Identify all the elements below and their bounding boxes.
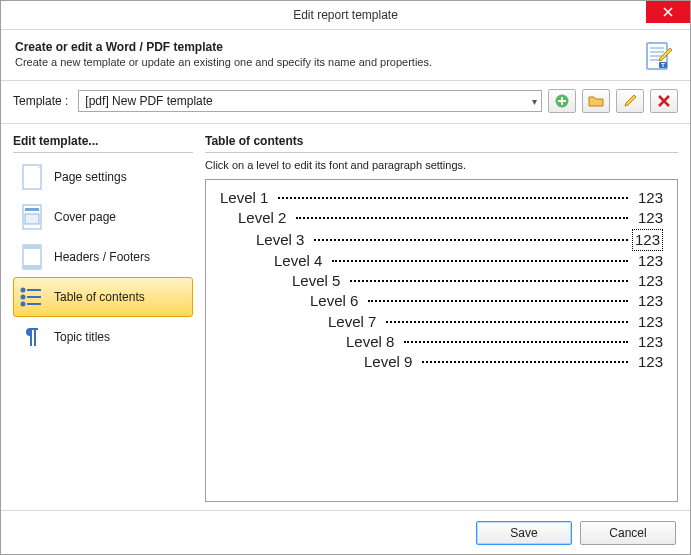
toc-leader-dots xyxy=(386,321,628,323)
toc-leader-dots xyxy=(296,217,628,219)
sidebar-item-label: Page settings xyxy=(54,170,127,184)
template-label: Template : xyxy=(13,94,68,108)
toc-leader-dots xyxy=(368,300,628,302)
header-title: Create or edit a Word / PDF template xyxy=(15,40,636,54)
toc-preview: Level 1123Level 2123Level 3123Level 4123… xyxy=(205,179,678,502)
sidebar-item-label: Topic titles xyxy=(54,330,110,344)
titlebar: Edit report template xyxy=(1,1,690,30)
pencil-icon xyxy=(622,93,638,109)
close-icon xyxy=(663,7,673,17)
sidebar-item-label: Cover page xyxy=(54,210,116,224)
template-edit-icon: T xyxy=(644,40,676,72)
toc-level-row[interactable]: Level 5123 xyxy=(220,271,663,291)
sidebar: Edit template... Page settings Cover pag… xyxy=(13,132,193,502)
headers-footers-icon xyxy=(20,243,44,271)
toc-page-number: 123 xyxy=(632,229,663,251)
toc-level-row[interactable]: Level 6123 xyxy=(220,291,663,311)
template-select[interactable]: [pdf] New PDF template ▾ xyxy=(78,90,542,112)
open-template-button[interactable] xyxy=(582,89,610,113)
toc-level-label: Level 5 xyxy=(292,271,346,291)
toc-page-number: 123 xyxy=(632,352,663,372)
save-button[interactable]: Save xyxy=(476,521,572,545)
toc-level-label: Level 9 xyxy=(364,352,418,372)
sidebar-item-headers-footers[interactable]: Headers / Footers xyxy=(13,237,193,277)
delete-template-button[interactable] xyxy=(650,89,678,113)
toc-level-label: Level 3 xyxy=(256,230,310,250)
header: Create or edit a Word / PDF template Cre… xyxy=(1,30,690,81)
edit-template-button[interactable] xyxy=(616,89,644,113)
svg-rect-10 xyxy=(23,265,41,269)
cover-page-icon xyxy=(20,203,44,231)
toc-leader-dots xyxy=(350,280,628,282)
svg-rect-4 xyxy=(23,165,41,189)
header-subtitle: Create a new template or update an exist… xyxy=(15,56,636,68)
folder-icon xyxy=(588,93,604,109)
window-title: Edit report template xyxy=(293,8,398,22)
toc-level-label: Level 8 xyxy=(346,332,400,352)
toc-level-row[interactable]: Level 4123 xyxy=(220,251,663,271)
svg-rect-6 xyxy=(25,208,39,211)
page-icon xyxy=(20,163,44,191)
toc-leader-dots xyxy=(422,361,628,363)
toc-level-label: Level 4 xyxy=(274,251,328,271)
template-toolbar: Template : [pdf] New PDF template ▾ xyxy=(1,81,690,124)
toc-page-number: 123 xyxy=(632,291,663,311)
svg-point-11 xyxy=(22,289,25,292)
sidebar-item-page-settings[interactable]: Page settings xyxy=(13,157,193,197)
add-template-button[interactable] xyxy=(548,89,576,113)
dialog-window: Edit report template Create or edit a Wo… xyxy=(0,0,691,555)
sidebar-item-label: Table of contents xyxy=(54,290,145,304)
toc-level-label: Level 2 xyxy=(238,208,292,228)
toc-page-number: 123 xyxy=(632,312,663,332)
svg-point-12 xyxy=(22,296,25,299)
toc-level-label: Level 1 xyxy=(220,188,274,208)
toc-level-row[interactable]: Level 1123 xyxy=(220,188,663,208)
plus-icon xyxy=(554,93,570,109)
sidebar-item-cover-page[interactable]: Cover page xyxy=(13,197,193,237)
paragraph-icon xyxy=(20,323,44,351)
main-panel: Table of contents Click on a level to ed… xyxy=(205,132,678,502)
toc-leader-dots xyxy=(404,341,628,343)
toc-leader-dots xyxy=(314,239,628,241)
toc-level-label: Level 7 xyxy=(328,312,382,332)
main-title: Table of contents xyxy=(205,132,678,153)
header-text: Create or edit a Word / PDF template Cre… xyxy=(15,40,636,68)
svg-text:T: T xyxy=(661,62,665,68)
delete-icon xyxy=(657,94,671,108)
toc-icon xyxy=(20,283,44,311)
toc-level-row[interactable]: Level 9123 xyxy=(220,352,663,372)
toc-page-number: 123 xyxy=(632,332,663,352)
main-hint: Click on a level to edit its font and pa… xyxy=(205,159,678,171)
svg-rect-7 xyxy=(25,214,39,224)
toc-level-row[interactable]: Level 2123 xyxy=(220,208,663,228)
body: Edit template... Page settings Cover pag… xyxy=(1,124,690,510)
sidebar-item-topic-titles[interactable]: Topic titles xyxy=(13,317,193,357)
toc-page-number: 123 xyxy=(632,271,663,291)
toc-level-label: Level 6 xyxy=(310,291,364,311)
toc-leader-dots xyxy=(278,197,628,199)
footer: Save Cancel xyxy=(1,510,690,554)
toc-level-row[interactable]: Level 8123 xyxy=(220,332,663,352)
sidebar-item-label: Headers / Footers xyxy=(54,250,150,264)
toc-leader-dots xyxy=(332,260,628,262)
toc-level-row[interactable]: Level 7123 xyxy=(220,312,663,332)
sidebar-title: Edit template... xyxy=(13,132,193,153)
close-button[interactable] xyxy=(646,1,690,23)
svg-point-13 xyxy=(22,303,25,306)
chevron-down-icon: ▾ xyxy=(532,96,537,107)
sidebar-item-table-of-contents[interactable]: Table of contents xyxy=(13,277,193,317)
toc-page-number: 123 xyxy=(632,188,663,208)
template-select-value: [pdf] New PDF template xyxy=(85,94,212,108)
svg-rect-9 xyxy=(23,245,41,249)
toc-level-row[interactable]: Level 3123 xyxy=(220,229,663,251)
cancel-button[interactable]: Cancel xyxy=(580,521,676,545)
toc-page-number: 123 xyxy=(632,208,663,228)
toc-page-number: 123 xyxy=(632,251,663,271)
